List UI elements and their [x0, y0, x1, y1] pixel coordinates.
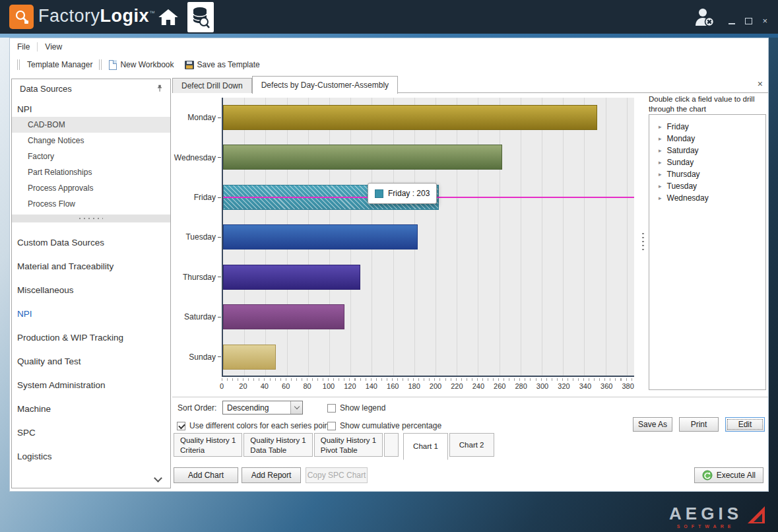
- different-colors-option[interactable]: Use different colors for each series poi…: [177, 421, 331, 430]
- drill-item-friday[interactable]: ▸Friday: [649, 121, 765, 133]
- chart-bar-tuesday[interactable]: [223, 224, 418, 249]
- tree-expander-icon[interactable]: ▸: [659, 195, 662, 201]
- sidebar-category-custom-data-sources[interactable]: Custom Data Sources: [12, 230, 170, 254]
- category-label-tuesday: Tuesday: [172, 217, 221, 257]
- workbook-tab-chart-1[interactable]: Chart 1: [403, 433, 448, 460]
- edit-button[interactable]: Edit: [725, 417, 765, 432]
- drill-item-thursday[interactable]: ▸Thursday: [649, 168, 765, 180]
- drill-item-sunday[interactable]: ▸Sunday: [649, 156, 765, 168]
- sidebar-item-cad-bom[interactable]: CAD-BOM: [12, 117, 170, 133]
- cumulative-percentage-option[interactable]: Show cumulative percentage: [327, 421, 441, 430]
- category-label-wednesday: Wednesday: [172, 137, 221, 177]
- home-icon[interactable]: [158, 7, 179, 30]
- drill-item-saturday[interactable]: ▸Saturday: [649, 145, 765, 156]
- chevron-down-icon[interactable]: [290, 401, 302, 414]
- sidebar-category-quality-and-test[interactable]: Quality and Test: [12, 349, 170, 373]
- show-legend-option[interactable]: Show legend: [327, 403, 385, 413]
- tree-expander-icon[interactable]: ▸: [659, 171, 662, 178]
- sidebar-category-machine[interactable]: Machine: [12, 397, 170, 420]
- show-legend-checkbox[interactable]: [327, 404, 336, 413]
- drill-item-monday[interactable]: ▸Monday: [649, 133, 765, 145]
- sidebar-item-process-approvals[interactable]: Process Approvals: [12, 180, 170, 196]
- sidebar-item-process-flow[interactable]: Process Flow: [12, 196, 170, 212]
- chart-bar-wednesday[interactable]: [223, 145, 502, 170]
- sidebar-category-production-wip-tracking[interactable]: Production & WIP Tracking: [12, 325, 170, 349]
- user-logout-icon[interactable]: [694, 7, 716, 31]
- cumulative-percentage-checkbox[interactable]: [327, 422, 336, 430]
- sidebar-item-change-notices[interactable]: Change Notices: [12, 133, 170, 149]
- sidebar-scroll-down-icon[interactable]: [154, 474, 162, 482]
- tree-expander-icon[interactable]: ▸: [659, 183, 662, 189]
- tab-defects-by-day-customer-assembly[interactable]: Defects by Day-Customer-Assembly: [252, 76, 398, 94]
- data-sources-header: Data Sources: [12, 79, 170, 98]
- toolbar: Template Manager New Workbook Save as Te…: [10, 55, 768, 75]
- sidebar-category-system-administration[interactable]: System Administration: [12, 373, 170, 397]
- plot-area[interactable]: [222, 98, 634, 377]
- app-window: FactoryLogix™: [0, 0, 778, 532]
- sidebar-item-part-relationships[interactable]: Part Relationships: [12, 164, 170, 180]
- sidebar-category-miscellaneous[interactable]: Miscellaneous: [12, 278, 170, 302]
- brand-trademark: ™: [149, 10, 156, 17]
- gridline: [436, 98, 436, 376]
- new-workbook-label: New Workbook: [120, 60, 174, 69]
- tree-expander-icon[interactable]: ▸: [659, 135, 662, 142]
- x-tick-label: 60: [282, 382, 290, 390]
- print-button[interactable]: Print: [679, 417, 719, 432]
- close-button[interactable]: ×: [762, 17, 767, 26]
- menu-file[interactable]: File: [10, 42, 37, 51]
- drill-item-tuesday[interactable]: ▸Tuesday: [649, 180, 765, 192]
- add-report-button[interactable]: Add Report: [242, 467, 301, 483]
- save-as-button[interactable]: Save As: [633, 417, 672, 432]
- sidebar-category-spc[interactable]: SPC: [12, 420, 170, 444]
- tree-expander-icon[interactable]: ▸: [659, 123, 662, 130]
- gridline: [542, 98, 542, 376]
- sort-order-select[interactable]: Descending: [222, 401, 303, 415]
- sidebar-item-factory[interactable]: Factory: [12, 149, 170, 164]
- new-workbook-button[interactable]: New Workbook: [106, 60, 176, 70]
- gridline: [563, 98, 564, 376]
- app-brand: FactoryLogix™: [38, 6, 156, 26]
- toolbar-grip[interactable]: [17, 59, 20, 70]
- data-explorer-icon[interactable]: [187, 2, 214, 32]
- workbook-tab-quality-history-1-data-table[interactable]: Quality History 1 Data Table: [243, 433, 312, 457]
- minimize-button[interactable]: [729, 23, 735, 24]
- tooltip-text: Friday : 203: [388, 189, 430, 198]
- chart-region: MondayWednesdayFridayTuesdayThursdaySatu…: [172, 93, 644, 397]
- content-panel: File View Template Manager New Workbook …: [9, 38, 769, 492]
- sidebar-category-logistics[interactable]: Logistics: [12, 444, 170, 468]
- sidebar-category-npi[interactable]: NPI: [12, 302, 170, 325]
- drill-item-wednesday[interactable]: ▸Wednesday: [649, 192, 765, 204]
- maximize-button[interactable]: [745, 18, 752, 24]
- template-manager-button[interactable]: Template Manager: [24, 60, 95, 69]
- sidebar-splitter[interactable]: [12, 215, 170, 222]
- chart-bar-thursday[interactable]: [223, 265, 360, 290]
- chart-bar-saturday[interactable]: [223, 304, 344, 329]
- add-chart-button[interactable]: Add Chart: [174, 467, 238, 483]
- panel-splitter-handle[interactable]: [642, 233, 644, 250]
- factorylogix-logo-icon: [9, 5, 34, 29]
- x-tick-label: 40: [261, 382, 269, 390]
- pin-icon[interactable]: [156, 84, 164, 92]
- execute-refresh-icon: [702, 470, 713, 481]
- x-tick-label: 240: [472, 382, 484, 390]
- sidebar-categories: Custom Data SourcesMaterial and Traceabi…: [12, 230, 170, 468]
- save-as-template-button[interactable]: Save as Template: [182, 60, 263, 69]
- menu-view[interactable]: View: [38, 42, 69, 51]
- execute-all-button[interactable]: Execute All: [694, 467, 763, 483]
- chart-bar-monday[interactable]: [223, 105, 597, 130]
- different-colors-checkbox[interactable]: [177, 422, 185, 430]
- workbook-tab-blank[interactable]: [384, 433, 399, 457]
- tab-close-icon[interactable]: ×: [758, 79, 763, 89]
- workbook-tab-quality-history-1-pivot-table[interactable]: Quality History 1 Pivot Table: [314, 433, 383, 457]
- workbook-tab-chart-2[interactable]: Chart 2: [449, 433, 494, 457]
- aegis-logo: AEGIS SOFTWARE: [669, 505, 769, 529]
- sidebar-category-material-and-traceability[interactable]: Material and Traceability: [12, 254, 170, 278]
- tree-expander-icon[interactable]: ▸: [659, 147, 662, 154]
- tree-expander-icon[interactable]: ▸: [659, 159, 662, 166]
- cumulative-percentage-label: Show cumulative percentage: [340, 421, 441, 430]
- workbook-tab-quality-history-1-criteria[interactable]: Quality History 1 Criteria: [174, 433, 242, 457]
- tab-defect-drill-down[interactable]: Defect Drill Down: [172, 78, 252, 93]
- chart-bar-sunday[interactable]: [223, 345, 276, 370]
- gridline: [478, 98, 478, 376]
- toolbar-grip[interactable]: [99, 59, 102, 70]
